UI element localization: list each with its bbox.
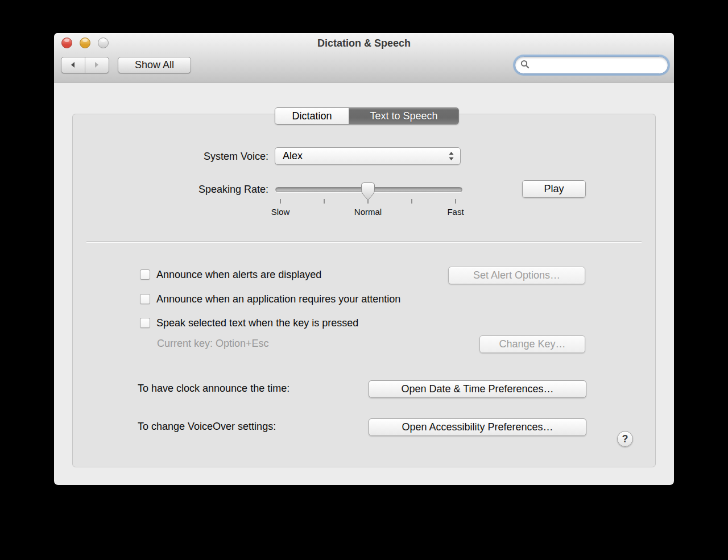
announce-attention-label[interactable]: Announce when an application requires yo… [156, 293, 400, 305]
speak-selected-row: Speak selected text when the key is pres… [140, 317, 358, 329]
announce-alerts-checkbox[interactable] [140, 269, 150, 280]
tick-label-fast: Fast [433, 207, 478, 217]
current-key-label: Current key: Option+Esc [157, 338, 269, 350]
slider-tick [324, 199, 325, 204]
set-alert-options-button: Set Alert Options… [448, 267, 585, 284]
search-icon [520, 60, 530, 71]
slider-tick [280, 199, 281, 204]
back-button[interactable] [61, 57, 85, 73]
speak-selected-label[interactable]: Speak selected text when the key is pres… [156, 317, 358, 329]
tick-label-slow: Slow [258, 207, 303, 217]
change-key-button: Change Key… [479, 335, 585, 353]
voiceover-settings-label: To change VoiceOver settings: [138, 421, 276, 432]
slider-tick [411, 199, 412, 204]
system-voice-value: Alex [283, 150, 303, 162]
popup-arrows-icon [448, 151, 454, 161]
help-button[interactable]: ? [617, 431, 633, 447]
play-button[interactable]: Play [522, 180, 586, 198]
announce-attention-row: Announce when an application requires yo… [140, 293, 400, 305]
open-accessibility-preferences-button[interactable]: Open Accessibility Preferences… [369, 418, 586, 436]
tab-dictation[interactable]: Dictation [275, 108, 349, 124]
history-nav-control [61, 57, 109, 73]
forward-button[interactable] [85, 57, 109, 73]
forward-icon [93, 59, 100, 71]
dictation-speech-window: Dictation & Speech Show All [54, 33, 674, 485]
search-field[interactable] [515, 56, 668, 74]
announce-alerts-row: Announce when alerts are displayed [140, 269, 321, 280]
tab-control: Dictation Text to Speech [275, 107, 459, 125]
tick-label-normal: Normal [345, 207, 391, 217]
open-datetime-preferences-button[interactable]: Open Date & Time Preferences… [369, 380, 586, 398]
help-icon: ? [622, 433, 628, 445]
tab-text-to-speech[interactable]: Text to Speech [349, 108, 458, 124]
search-input[interactable] [533, 60, 662, 70]
back-icon [69, 59, 76, 71]
window-title: Dictation & Speech [54, 38, 674, 49]
system-voice-label: System Voice: [128, 151, 268, 162]
clock-announce-label: To have clock announce the time: [138, 383, 289, 394]
announce-alerts-label[interactable]: Announce when alerts are displayed [156, 269, 321, 280]
section-divider [86, 242, 642, 242]
speaking-rate-slider-thumb[interactable] [361, 182, 375, 204]
window-header: Dictation & Speech Show All [54, 33, 674, 82]
speaking-rate-label: Speaking Rate: [128, 184, 268, 195]
slider-tick [455, 199, 456, 204]
preferences-panel [72, 114, 656, 467]
announce-attention-checkbox[interactable] [140, 294, 150, 304]
system-voice-popup[interactable]: Alex [275, 147, 461, 165]
show-all-button[interactable]: Show All [118, 57, 191, 73]
speak-selected-checkbox[interactable] [140, 318, 150, 328]
